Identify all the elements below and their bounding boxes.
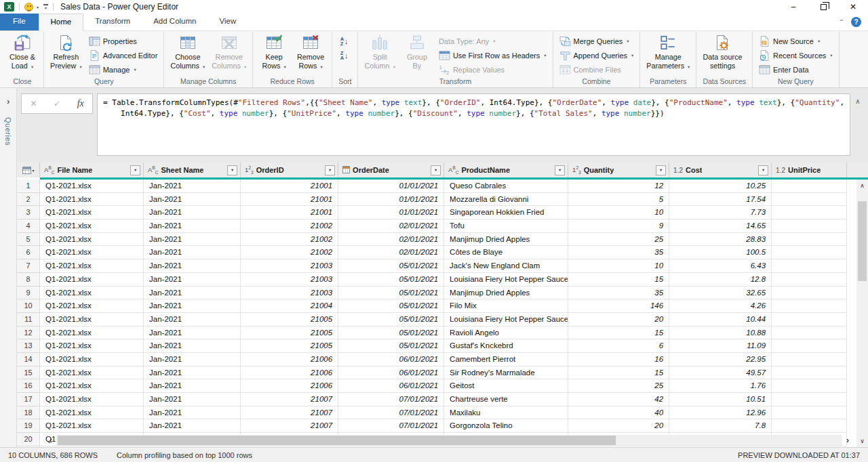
cell-file-name[interactable]: Q1-2021.xlsx	[40, 219, 144, 233]
cell-productname[interactable]: Filo Mix	[444, 299, 568, 313]
group-by-button[interactable]: GroupBy	[399, 33, 435, 70]
cell-productname[interactable]: Manjimup Dried Apples	[444, 233, 568, 247]
help-icon[interactable]: ?	[851, 17, 861, 27]
cell-orderid[interactable]: 21001	[241, 206, 338, 219]
cell-file-name[interactable]: Q1-2021.xlsx	[40, 379, 144, 393]
row-number[interactable]: 10	[17, 299, 40, 313]
cell-file-name[interactable]: Q1-2021.xlsx	[40, 299, 144, 313]
cell-sheet-name[interactable]: Jan-2021	[144, 406, 241, 420]
cell-file-name[interactable]: Q1-2021.xlsx	[40, 393, 144, 406]
cell-sheet-name[interactable]: Jan-2021	[144, 393, 241, 406]
cell-unitprice[interactable]	[772, 339, 847, 353]
cell-unitprice[interactable]	[772, 233, 847, 247]
cell-sheet-name[interactable]: Jan-2021	[144, 327, 241, 340]
row-number[interactable]: 15	[17, 366, 40, 380]
row-number[interactable]: 2	[17, 193, 40, 207]
cell-unitprice[interactable]	[772, 419, 847, 433]
cell-quantity[interactable]: 6	[568, 339, 669, 353]
tab-add-column[interactable]: Add Column	[142, 14, 208, 30]
manage-button[interactable]: Manage▾	[86, 62, 161, 77]
cell-file-name[interactable]: Q1-2021.xlsx	[40, 419, 144, 433]
cell-orderid[interactable]: 21003	[241, 273, 338, 287]
sort-az-button[interactable]: AZ↓	[336, 34, 353, 48]
table-menu-icon[interactable]: ▾	[33, 168, 35, 173]
cell-orderid[interactable]: 21001	[241, 193, 338, 207]
cell-cost[interactable]: 6.43	[669, 259, 772, 273]
cell-productname[interactable]: Singaporean Hokkien Fried	[444, 206, 568, 219]
cell-quantity[interactable]: 15	[568, 366, 669, 380]
cell-orderdate[interactable]: 06/01/2021	[338, 353, 444, 366]
column-header-quantity[interactable]: 123Quantity▾	[568, 163, 669, 177]
row-number[interactable]: 9	[17, 287, 40, 300]
cell-quantity[interactable]: 25	[568, 233, 669, 247]
feedback-smiley-icon[interactable]	[24, 3, 33, 12]
row-number[interactable]: 4	[17, 219, 40, 233]
cell-cost[interactable]: 7.8	[669, 419, 772, 433]
combine-files-button[interactable]: Combine Files	[557, 62, 637, 77]
cell-orderdate[interactable]: 05/01/2021	[338, 287, 444, 300]
cell-orderdate[interactable]: 05/01/2021	[338, 259, 444, 273]
horizontal-scroll-thumb[interactable]	[58, 436, 616, 445]
properties-button[interactable]: Properties	[86, 34, 161, 48]
cell-orderdate[interactable]: 01/01/2021	[338, 206, 444, 219]
cell-sheet-name[interactable]: Jan-2021	[144, 299, 241, 313]
collapse-ribbon-icon[interactable]: ⌃	[839, 18, 844, 26]
cell-quantity[interactable]: 35	[568, 246, 669, 259]
cell-productname[interactable]: Sir Rodney's Marmalade	[444, 366, 568, 380]
cell-orderdate[interactable]: 01/01/2021	[338, 180, 444, 193]
cell-productname[interactable]: Maxilaku	[444, 406, 568, 420]
cell-productname[interactable]: Côtes de Blaye	[444, 246, 568, 259]
cell-unitprice[interactable]	[772, 366, 847, 380]
close-button[interactable]: ✕	[838, 0, 868, 14]
cell-cost[interactable]: 17.54	[669, 193, 772, 207]
row-number[interactable]: 8	[17, 273, 40, 287]
row-number[interactable]: 3	[17, 206, 40, 219]
cell-unitprice[interactable]	[772, 406, 847, 420]
cell-cost[interactable]: 14.65	[669, 219, 772, 233]
cell-orderdate[interactable]: 06/01/2021	[338, 379, 444, 393]
cell-orderid[interactable]: 21002	[241, 219, 338, 233]
cell-orderdate[interactable]: 02/01/2021	[338, 233, 444, 247]
filter-dropdown-icon[interactable]: ▾	[555, 165, 565, 175]
column-header-orderdate[interactable]: OrderDate▾	[338, 163, 444, 177]
cell-quantity[interactable]: 42	[568, 393, 669, 406]
filter-dropdown-icon[interactable]: ▾	[130, 165, 140, 175]
row-number[interactable]: 13	[17, 339, 40, 353]
row-number[interactable]: 11	[17, 313, 40, 327]
cell-unitprice[interactable]	[772, 379, 847, 393]
cell-orderid[interactable]: 21007	[241, 393, 338, 406]
cell-unitprice[interactable]	[772, 287, 847, 300]
select-all-corner[interactable]: ▾	[17, 163, 40, 177]
cell-orderid[interactable]: 21004	[241, 299, 338, 313]
column-header-unitprice[interactable]: 1.2UnitPrice	[772, 163, 847, 177]
horizontal-scroll-track[interactable]	[56, 435, 842, 446]
cell-unitprice[interactable]	[772, 393, 847, 406]
replace-values-button[interactable]: 12Replace Values	[436, 62, 549, 77]
row-number[interactable]: 18	[17, 406, 40, 420]
cell-productname[interactable]: Gustaf's Knckebrd	[444, 339, 568, 353]
cell-productname[interactable]: Queso Cabrales	[444, 180, 568, 193]
cell-sheet-name[interactable]: Jan-2021	[144, 366, 241, 380]
cell-quantity[interactable]: 20	[568, 419, 669, 433]
cell-cost[interactable]: 1.76	[669, 379, 772, 393]
tab-home[interactable]: Home	[39, 14, 84, 31]
row-number[interactable]: 17	[17, 393, 40, 406]
cell-quantity[interactable]: 16	[568, 353, 669, 366]
filter-dropdown-icon[interactable]: ▾	[758, 165, 768, 175]
keep-rows-button[interactable]: KeepRows ▾	[256, 33, 292, 71]
column-header-file-name[interactable]: ABCFile Name▾	[40, 163, 144, 177]
cell-file-name[interactable]: Q1-2021.xlsx	[40, 206, 144, 219]
cell-orderdate[interactable]: 05/01/2021	[338, 299, 444, 313]
cell-unitprice[interactable]	[772, 299, 847, 313]
cell-orderid[interactable]: 21006	[241, 379, 338, 393]
cell-orderid[interactable]: 21006	[241, 366, 338, 380]
cell-cost[interactable]: 10.88	[669, 327, 772, 340]
cell-orderid[interactable]: 21007	[241, 406, 338, 420]
row-number[interactable]: 12	[17, 327, 40, 340]
smiley-dropdown-icon[interactable]: ▾	[37, 5, 39, 9]
queries-pane-label[interactable]: Queries	[4, 117, 12, 146]
cell-orderid[interactable]: 21003	[241, 259, 338, 273]
cell-orderdate[interactable]: 05/01/2021	[338, 273, 444, 287]
cell-orderdate[interactable]: 02/01/2021	[338, 219, 444, 233]
cell-sheet-name[interactable]: Jan-2021	[144, 259, 241, 273]
